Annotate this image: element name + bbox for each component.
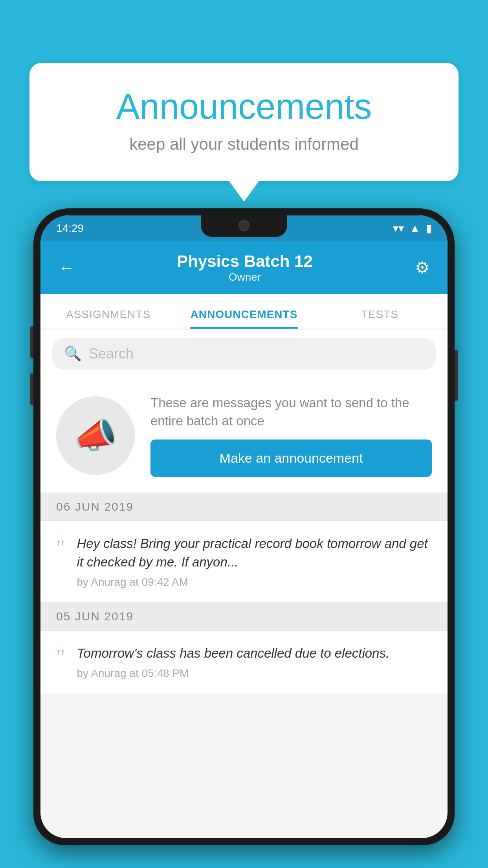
phone-notch [201, 215, 287, 237]
speech-bubble-card: Announcements keep all your students inf… [29, 63, 459, 181]
quote-icon-2: " [56, 646, 65, 668]
signal-icon: ▲ [409, 222, 420, 235]
announcement-text-1: Hey class! Bring your practical record b… [77, 535, 432, 571]
back-button[interactable]: ← [58, 258, 75, 277]
power-button [455, 350, 458, 401]
tabs-bar: ASSIGNMENTS ANNOUNCEMENTS TESTS [40, 294, 448, 329]
prompt-description: These are messages you want to send to t… [150, 394, 432, 430]
header-center: Physics Batch 12 Owner [177, 252, 313, 283]
status-icons: ▾▾ ▲ ▮ [393, 222, 432, 235]
search-bar[interactable]: 🔍 Search [52, 338, 436, 370]
settings-icon[interactable]: ⚙ [415, 258, 430, 277]
announcement-item-2[interactable]: " Tomorrow's class has been cancelled du… [40, 631, 448, 694]
app-header: ← Physics Batch 12 Owner ⚙ [40, 241, 448, 294]
volume-up-button [30, 326, 33, 358]
speech-bubble-section: Announcements keep all your students inf… [29, 63, 459, 181]
phone-outer-shell: 14:29 ▾▾ ▲ ▮ ← Physics Batch 12 Owner ⚙ [33, 208, 455, 845]
speech-bubble-title: Announcements [61, 86, 427, 127]
tab-announcements[interactable]: ANNOUNCEMENTS [176, 308, 312, 329]
tab-assignments[interactable]: ASSIGNMENTS [40, 308, 176, 329]
phone-screen: 14:29 ▾▾ ▲ ▮ ← Physics Batch 12 Owner ⚙ [40, 215, 448, 838]
batch-role: Owner [177, 271, 313, 283]
search-placeholder: Search [89, 346, 134, 362]
announcement-text-2: Tomorrow's class has been cancelled due … [77, 644, 432, 662]
search-container: 🔍 Search [40, 329, 448, 378]
announcement-content-2: Tomorrow's class has been cancelled due … [77, 644, 432, 680]
speech-bubble-subtitle: keep all your students informed [61, 135, 427, 154]
tab-tests[interactable]: TESTS [312, 308, 448, 329]
front-camera [238, 220, 250, 231]
date-separator-1: 06 JUN 2019 [40, 493, 448, 521]
phone-mockup: 14:29 ▾▾ ▲ ▮ ← Physics Batch 12 Owner ⚙ [33, 208, 455, 868]
quote-icon-1: " [56, 537, 65, 558]
announcement-meta-2: by Anurag at 05:48 PM [77, 667, 432, 680]
status-time: 14:29 [56, 222, 84, 235]
wifi-icon: ▾▾ [393, 222, 404, 235]
date-separator-2: 05 JUN 2019 [40, 603, 448, 631]
megaphone-icon: 📣 [73, 415, 117, 456]
announcement-content-1: Hey class! Bring your practical record b… [77, 535, 432, 588]
announcement-meta-1: by Anurag at 09:42 AM [77, 576, 432, 588]
make-announcement-button[interactable]: Make an announcement [150, 440, 432, 477]
megaphone-circle: 📣 [56, 396, 135, 475]
battery-icon: ▮ [426, 222, 432, 235]
batch-title: Physics Batch 12 [177, 252, 313, 271]
search-icon: 🔍 [64, 346, 82, 362]
prompt-right: These are messages you want to send to t… [150, 394, 432, 477]
announcement-prompt: 📣 These are messages you want to send to… [40, 378, 448, 493]
announcement-item-1[interactable]: " Hey class! Bring your practical record… [40, 521, 448, 602]
volume-down-button [30, 373, 33, 405]
